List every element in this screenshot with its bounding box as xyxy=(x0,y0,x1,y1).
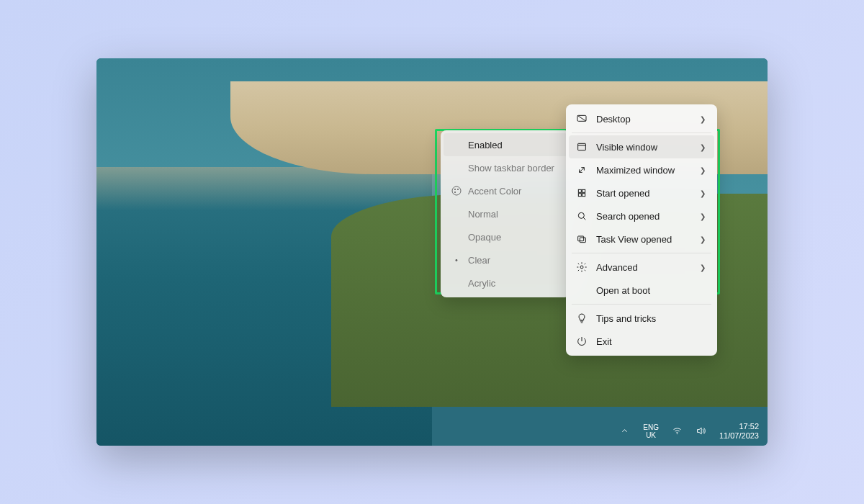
menu-label: Start opened xyxy=(596,188,700,199)
svg-rect-9 xyxy=(578,194,581,197)
svg-point-11 xyxy=(578,212,584,218)
submenu-show-taskbar-border[interactable]: Show taskbar border xyxy=(444,156,567,179)
taskbar: ENG UK 17:52 11/07/2023 xyxy=(96,417,768,446)
svg-line-12 xyxy=(583,217,585,220)
window-icon xyxy=(576,141,588,153)
lightbulb-icon xyxy=(576,312,588,324)
start-icon xyxy=(576,187,588,199)
menu-maximized-window[interactable]: Maximized window ❯ xyxy=(569,158,714,181)
gear-icon xyxy=(576,261,588,273)
menu-label: Task View opened xyxy=(596,234,700,245)
submenu-label: Clear xyxy=(468,255,560,266)
menu-label: Visible window xyxy=(596,142,700,153)
svg-point-15 xyxy=(580,266,583,269)
menu-tips-and-tricks[interactable]: Tips and tricks xyxy=(569,307,714,330)
chevron-right-icon: ❯ xyxy=(700,166,707,174)
submenu-accent-color[interactable]: Accent Color xyxy=(444,179,567,202)
svg-rect-7 xyxy=(578,189,581,192)
submenu-clear[interactable]: • Clear xyxy=(444,248,567,271)
language-switcher[interactable]: ENG UK xyxy=(640,422,662,441)
menu-separator xyxy=(572,253,711,253)
svg-rect-5 xyxy=(578,143,586,150)
language-code: ENG xyxy=(643,423,659,431)
submenu-opaque[interactable]: Opaque xyxy=(444,225,567,248)
menu-label: Exit xyxy=(596,336,707,347)
maximize-icon xyxy=(576,164,588,176)
task-view-icon xyxy=(576,233,588,245)
chevron-up-icon xyxy=(619,426,630,438)
svg-point-2 xyxy=(457,189,458,189)
menu-label: Advanced xyxy=(596,262,700,273)
menu-open-at-boot[interactable]: Open at boot xyxy=(569,279,714,302)
chevron-right-icon: ❯ xyxy=(700,189,707,197)
menu-desktop[interactable]: Desktop ❯ xyxy=(569,107,714,130)
context-menu: Desktop ❯ Visible window ❯ Maximized win… xyxy=(566,104,717,356)
speaker-icon xyxy=(696,426,706,438)
taskbar-date: 11/07/2023 xyxy=(719,431,759,441)
taskbar-time: 17:52 xyxy=(719,422,759,431)
wifi-button[interactable] xyxy=(669,424,685,439)
svg-rect-14 xyxy=(580,238,585,243)
palette-icon xyxy=(451,185,462,197)
menu-task-view-opened[interactable]: Task View opened ❯ xyxy=(569,228,714,251)
chevron-right-icon: ❯ xyxy=(700,115,707,123)
keyboard-layout: UK xyxy=(643,431,659,439)
tray-overflow-button[interactable] xyxy=(616,424,633,439)
submenu-label: Enabled xyxy=(468,140,560,150)
submenu-label: Accent Color xyxy=(468,186,560,197)
submenu-enabled[interactable]: Enabled xyxy=(444,133,567,156)
svg-rect-13 xyxy=(578,236,584,241)
clock-button[interactable]: 17:52 11/07/2023 xyxy=(716,420,762,442)
desktop-screenshot: Enabled Show taskbar border Accent Color… xyxy=(96,58,768,446)
menu-separator xyxy=(572,304,711,305)
svg-point-1 xyxy=(454,189,455,189)
search-icon xyxy=(576,210,588,222)
menu-advanced[interactable]: Advanced ❯ xyxy=(569,256,714,279)
menu-separator xyxy=(572,132,711,133)
chevron-right-icon: ❯ xyxy=(700,235,707,243)
menu-visible-window[interactable]: Visible window ❯ xyxy=(569,135,714,158)
desktop-icon xyxy=(576,113,588,125)
blank-icon xyxy=(576,284,588,296)
menu-exit[interactable]: Exit xyxy=(569,330,714,353)
submenu-label: Acrylic xyxy=(468,278,560,289)
chevron-right-icon: ❯ xyxy=(700,264,707,271)
chevron-right-icon: ❯ xyxy=(700,212,707,220)
wifi-icon xyxy=(672,426,683,438)
menu-label: Tips and tricks xyxy=(596,313,707,324)
submenu-label: Normal xyxy=(468,209,560,220)
power-icon xyxy=(576,336,588,347)
svg-rect-8 xyxy=(582,189,585,192)
submenu-panel: Enabled Show taskbar border Accent Color… xyxy=(441,130,570,297)
submenu-acrylic[interactable]: Acrylic xyxy=(444,271,567,294)
svg-point-16 xyxy=(677,433,678,433)
menu-label: Search opened xyxy=(596,211,700,222)
svg-rect-10 xyxy=(582,194,585,197)
volume-button[interactable] xyxy=(693,424,709,439)
menu-search-opened[interactable]: Search opened ❯ xyxy=(569,204,714,228)
chevron-right-icon: ❯ xyxy=(700,143,707,151)
submenu-normal[interactable]: Normal xyxy=(444,202,567,225)
submenu-label: Show taskbar border xyxy=(468,163,560,174)
submenu-label: Opaque xyxy=(468,232,560,243)
menu-label: Maximized window xyxy=(596,165,700,176)
bullet-icon: • xyxy=(451,256,462,264)
menu-label: Desktop xyxy=(596,114,700,125)
svg-point-0 xyxy=(452,186,461,195)
svg-point-3 xyxy=(454,192,455,192)
menu-start-opened[interactable]: Start opened ❯ xyxy=(569,181,714,204)
menu-label: Open at boot xyxy=(596,285,707,296)
